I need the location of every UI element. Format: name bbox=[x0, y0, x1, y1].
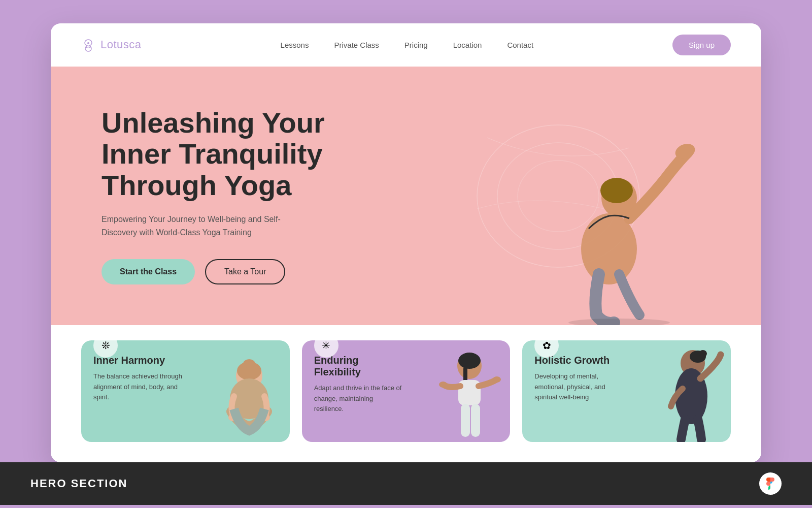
card-3-person-svg bbox=[650, 345, 731, 442]
nav-links: Lessons Private Class Pricing Location C… bbox=[281, 41, 534, 49]
page-wrapper: Lotusca Lessons Private Class Pricing Lo… bbox=[0, 0, 812, 508]
figma-icon bbox=[759, 472, 782, 495]
hero-section: Unleashing Your Inner Tranquility Throug… bbox=[51, 67, 761, 326]
card-3-text: Developing of mental, emotional, physica… bbox=[534, 371, 625, 402]
browser-card: Lotusca Lessons Private Class Pricing Lo… bbox=[51, 23, 761, 463]
cards-section: ❊ Inner Harmony The balance achieved thr… bbox=[51, 325, 761, 462]
signup-button[interactable]: Sign up bbox=[672, 35, 731, 55]
start-class-button[interactable]: Start the Class bbox=[101, 259, 195, 284]
flexibility-icon: ✳ bbox=[322, 340, 330, 352]
navbar: Lotusca Lessons Private Class Pricing Lo… bbox=[51, 23, 761, 67]
card-1-figure bbox=[209, 345, 290, 442]
hero-buttons: Start the Class Take a Tour bbox=[101, 259, 365, 284]
footer-label: HERO SECTION bbox=[30, 477, 127, 490]
logo: Lotusca bbox=[81, 38, 142, 52]
svg-point-0 bbox=[87, 42, 89, 44]
hero-figure bbox=[507, 112, 731, 325]
card-2-person-svg bbox=[429, 345, 510, 442]
footer-bar: HERO SECTION bbox=[0, 462, 812, 505]
nav-contact[interactable]: Contact bbox=[507, 41, 533, 49]
card-2-title: Enduring Flexibility bbox=[314, 355, 404, 378]
nav-location[interactable]: Location bbox=[453, 41, 482, 49]
card-enduring-flexibility: ✳ Enduring Flexibility Adapt and thrive … bbox=[302, 340, 511, 442]
svg-point-19 bbox=[439, 382, 447, 388]
svg-point-6 bbox=[600, 178, 633, 203]
svg-rect-22 bbox=[471, 404, 480, 437]
growth-icon: ✿ bbox=[543, 340, 551, 352]
yoga-pose-illustration bbox=[507, 117, 721, 325]
take-tour-button[interactable]: Take a Tour bbox=[205, 259, 285, 284]
hero-title: Unleashing Your Inner Tranquility Throug… bbox=[101, 107, 365, 201]
harmony-icon: ❊ bbox=[101, 340, 110, 352]
card-inner-harmony: ❊ Inner Harmony The balance achieved thr… bbox=[81, 340, 290, 442]
card-2-text: Adapt and thrive in the face of change, … bbox=[314, 383, 404, 414]
hero-content: Unleashing Your Inner Tranquility Throug… bbox=[101, 107, 365, 285]
card-2-figure bbox=[429, 345, 510, 442]
card-1-person-svg bbox=[209, 345, 290, 442]
svg-point-16 bbox=[458, 353, 481, 369]
card-3-figure bbox=[650, 345, 731, 442]
hero-subtitle: Empowering Your Journey to Well-being an… bbox=[101, 213, 294, 239]
logo-text: Lotusca bbox=[100, 38, 142, 51]
card-holistic-growth: ✿ Holistic Growth Developing of mental, … bbox=[522, 340, 731, 442]
card-1-text: The balance achieved through alignment o… bbox=[93, 371, 184, 402]
svg-point-11 bbox=[243, 359, 255, 368]
svg-rect-17 bbox=[463, 367, 467, 382]
svg-point-25 bbox=[699, 350, 707, 357]
svg-point-20 bbox=[493, 376, 501, 383]
svg-point-8 bbox=[568, 319, 670, 325]
nav-lessons[interactable]: Lessons bbox=[281, 41, 309, 49]
nav-private-class[interactable]: Private Class bbox=[334, 41, 379, 49]
logo-icon bbox=[81, 38, 95, 52]
svg-rect-21 bbox=[461, 404, 470, 437]
svg-point-4 bbox=[581, 213, 637, 284]
nav-pricing[interactable]: Pricing bbox=[404, 41, 428, 49]
figma-logo bbox=[764, 478, 776, 490]
